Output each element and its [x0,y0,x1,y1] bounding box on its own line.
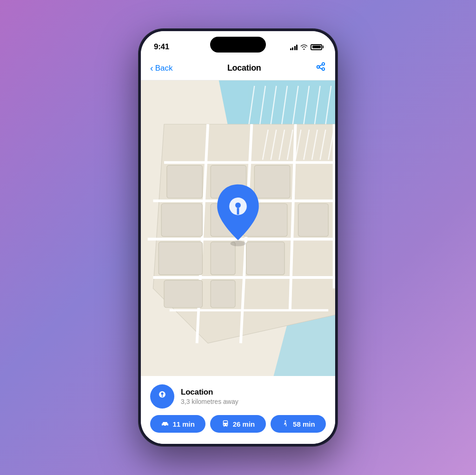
svg-line-1 [319,65,322,66]
svg-rect-48 [162,395,163,397]
svg-rect-37 [159,242,202,275]
status-time: 9:41 [154,42,169,52]
svg-rect-39 [246,242,284,275]
svg-point-47 [161,392,163,395]
wifi-icon [300,44,308,50]
svg-rect-45 [237,208,239,214]
map-view[interactable] [141,80,335,376]
bottom-panel: Location 3,3 kilometres away 11 min [141,376,335,444]
phone-screen: 9:41 ‹ Back [141,31,335,444]
back-label: Back [155,64,173,73]
svg-point-56 [285,421,286,422]
svg-point-44 [235,203,241,208]
nav-bar: ‹ Back Location [141,56,335,80]
location-details: Location 3,3 kilometres away [181,388,238,405]
status-icons [290,44,323,50]
chevron-left-icon: ‹ [150,63,153,73]
back-button[interactable]: ‹ Back [150,64,172,73]
battery-icon [311,44,322,50]
pin-badge-icon [156,390,168,402]
car-icon [161,420,169,428]
car-duration: 11 min [172,420,195,428]
svg-rect-53 [224,421,227,423]
location-name: Location [181,388,238,397]
svg-rect-36 [298,204,329,237]
walk-icon [281,420,290,428]
svg-rect-30 [167,165,203,198]
signal-icon [290,44,298,50]
phone-frame: 9:41 ‹ Back [138,28,338,447]
svg-point-51 [166,425,168,426]
svg-rect-32 [254,165,290,198]
svg-point-42 [231,241,246,246]
walk-duration: 58 min [293,420,315,428]
walk-transport-button[interactable]: 58 min [271,415,326,433]
transit-duration: 26 min [233,420,255,428]
svg-rect-33 [161,204,202,237]
location-distance: 3,3 kilometres away [181,398,238,405]
transit-transport-button[interactable]: 26 min [210,415,265,433]
transport-options: 11 min 26 min [150,415,326,433]
svg-rect-41 [211,280,235,308]
svg-rect-38 [211,242,235,275]
svg-point-55 [226,424,227,425]
car-transport-button[interactable]: 11 min [150,415,205,433]
share-button[interactable] [316,62,326,74]
page-title: Location [227,63,261,73]
location-info: Location 3,3 kilometres away [150,384,326,409]
share-icon [316,62,326,72]
location-badge [150,384,174,409]
status-bar: 9:41 [141,31,335,56]
svg-point-54 [224,424,225,425]
dynamic-island [210,37,266,53]
svg-rect-40 [164,280,202,308]
train-icon [221,420,230,428]
svg-point-50 [163,425,164,426]
